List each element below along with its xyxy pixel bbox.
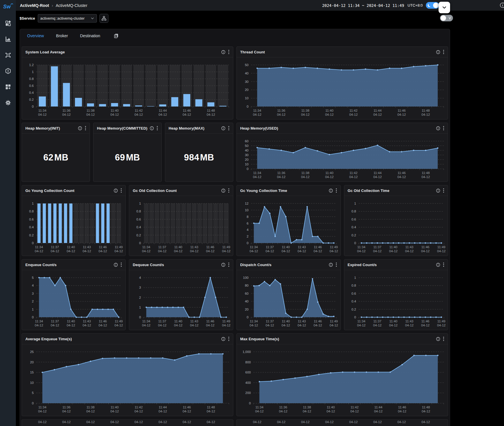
panel-title: Expired Count/s [348, 263, 377, 267]
sidebar-item-metrics[interactable] [5, 36, 11, 42]
topology-icon [5, 52, 11, 58]
svg-text:04-12: 04-12 [99, 324, 107, 327]
info-icon[interactable] [221, 337, 225, 341]
svg-text:04-12: 04-12 [266, 249, 274, 253]
info-icon[interactable] [221, 263, 225, 267]
kebab-menu-icon[interactable] [228, 188, 230, 193]
svg-text:04-12: 04-12 [330, 249, 338, 253]
kebab-menu-icon[interactable] [228, 50, 230, 54]
panel-header: Heap Memory(USED) [237, 123, 448, 134]
metric-unit: MB [54, 152, 68, 163]
svg-text:04-12: 04-12 [421, 249, 429, 253]
collapse-header-button[interactable] [439, 2, 450, 13]
kebab-menu-icon[interactable] [443, 262, 444, 267]
dark-mode-toggle[interactable] [426, 2, 439, 9]
svg-text:11:43: 11:43 [298, 245, 306, 249]
sidebar-item-new-dashboard[interactable] [5, 84, 11, 90]
svg-text:600: 600 [245, 371, 251, 374]
svg-text:80: 80 [245, 284, 249, 287]
panel-header: Enqueue Count/s [22, 259, 125, 270]
svg-text:0: 0 [247, 167, 249, 171]
view-mode-toggle[interactable]: V [440, 15, 453, 21]
service-topology-button[interactable] [99, 14, 108, 23]
svg-text:04-12: 04-12 [373, 324, 381, 327]
panel-actions [436, 262, 444, 267]
time-range-text[interactable]: 2024-04-12 11:34 ~ 2024-04-12 11:49 [322, 3, 404, 8]
info-icon[interactable] [436, 263, 440, 267]
panel-actions [329, 188, 337, 193]
info-icon[interactable] [329, 188, 333, 193]
svg-text:11:49: 11:49 [115, 320, 123, 323]
svg-text:0: 0 [247, 241, 249, 245]
corner-info-icon[interactable] [500, 2, 504, 8]
info-icon[interactable] [436, 188, 440, 193]
panel-gc-young-time: Gc Young Collection Time02468101211:3404… [236, 185, 341, 256]
svg-text:11:40: 11:40 [67, 320, 75, 323]
kebab-menu-icon[interactable] [443, 337, 444, 341]
breadcrumb-root[interactable]: ActiveMQ-Root [20, 3, 49, 8]
kebab-menu-icon[interactable] [228, 126, 230, 130]
panel-actions [78, 126, 86, 130]
info-icon[interactable] [114, 263, 118, 267]
kebab-menu-icon[interactable] [336, 188, 337, 193]
svg-text:04-12: 04-12 [325, 175, 334, 179]
panel-actions [150, 126, 158, 130]
service-select[interactable]: activemq::activemq-cluster [38, 14, 97, 23]
tab-broker[interactable]: Broker [56, 33, 68, 38]
svg-text:04-12: 04-12 [206, 249, 215, 253]
kebab-menu-icon[interactable] [443, 126, 444, 130]
info-icon[interactable] [78, 126, 82, 130]
kebab-menu-icon[interactable] [121, 188, 122, 193]
kebab-menu-icon[interactable] [228, 337, 230, 341]
info-icon[interactable] [436, 126, 440, 130]
chevron-down-icon [91, 16, 94, 20]
info-icon[interactable] [221, 126, 225, 130]
svg-text:04-12: 04-12 [303, 410, 311, 413]
info-icon[interactable] [436, 337, 440, 341]
info-icon[interactable] [114, 188, 118, 193]
svg-text:04-12: 04-12 [326, 410, 335, 413]
svg-text:04-12: 04-12 [250, 324, 258, 327]
skywalking-logo[interactable]: Sw [3, 2, 13, 12]
sidebar-item-settings[interactable] [5, 100, 11, 106]
svg-text:15: 15 [30, 371, 34, 374]
panel-title: Heap Memory(MAX) [169, 126, 204, 130]
svg-text:11:48: 11:48 [207, 406, 215, 409]
sidebar-item-alarms[interactable] [5, 68, 11, 74]
svg-text:04-12: 04-12 [253, 113, 261, 116]
svg-text:1,000: 1,000 [242, 350, 251, 354]
svg-text:04-12: 04-12 [279, 410, 287, 413]
svg-text:0: 0 [354, 241, 356, 245]
svg-text:11:46: 11:46 [314, 245, 322, 249]
info-icon[interactable] [436, 50, 440, 54]
svg-text:50: 50 [245, 144, 249, 147]
info-icon[interactable] [221, 50, 225, 54]
sidebar-item-topology[interactable] [5, 52, 11, 58]
info-icon[interactable] [221, 188, 225, 193]
kebab-menu-icon[interactable] [336, 262, 337, 267]
svg-text:04-12: 04-12 [349, 113, 358, 116]
chart-svg: 02004006008001,00011:3404-1211:3604-1211… [237, 344, 448, 416]
kebab-menu-icon[interactable] [157, 126, 158, 130]
svg-text:04-12: 04-12 [86, 420, 95, 424]
sidebar-item-dashboards[interactable] [5, 20, 11, 27]
svg-text:04-12: 04-12 [357, 249, 365, 253]
kebab-menu-icon[interactable] [443, 188, 444, 193]
clipped-next-row: 04-1204-1204-1204-1204-1204-1204-1204-12… [22, 419, 448, 426]
svg-text:0.8: 0.8 [29, 77, 34, 81]
info-icon[interactable] [150, 126, 154, 130]
kebab-menu-icon[interactable] [85, 126, 86, 130]
kebab-menu-icon[interactable] [443, 50, 444, 54]
info-icon[interactable] [329, 263, 333, 267]
chart-svg: 00.20.40.60.8111:3404-1211:3704-1211:400… [344, 270, 448, 330]
svg-text:11:38: 11:38 [301, 171, 309, 175]
svg-text:200: 200 [245, 391, 251, 395]
svg-text:11:34: 11:34 [255, 406, 264, 409]
duplicate-dashboard-icon[interactable] [114, 33, 119, 38]
kebab-menu-icon[interactable] [228, 262, 230, 267]
tab-destination[interactable]: Destination [80, 33, 100, 38]
kebab-menu-icon[interactable] [121, 262, 122, 267]
svg-text:40: 40 [245, 149, 249, 152]
tab-overview[interactable]: Overview [27, 33, 44, 38]
panel-actions [114, 188, 122, 193]
